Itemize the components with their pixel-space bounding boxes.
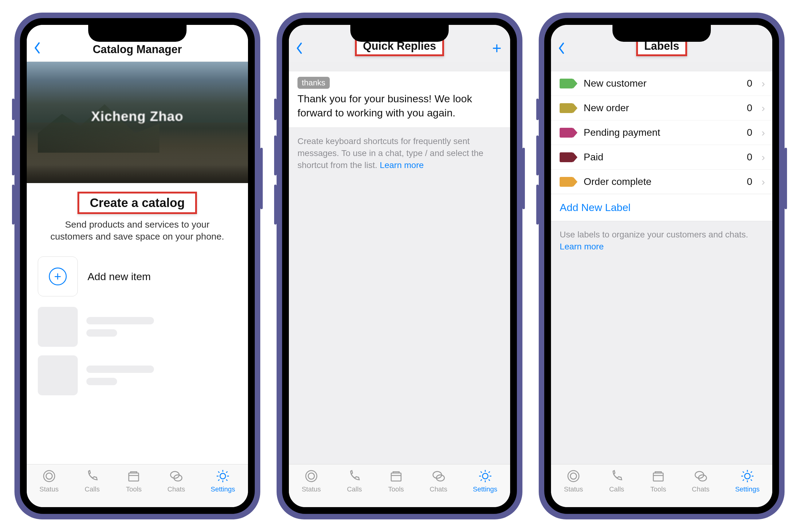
tab-chats[interactable]: Chats	[430, 469, 447, 493]
label-row[interactable]: Paid0›	[551, 145, 772, 170]
content: Xicheng Zhao Create a catalog Send produ…	[27, 62, 248, 464]
tab-label: Status	[302, 485, 321, 493]
skeleton-lines	[86, 365, 154, 385]
tab-label: Chats	[430, 485, 447, 493]
label-color-icon	[560, 152, 573, 162]
chevron-right-icon: ›	[762, 127, 765, 138]
tab-settings[interactable]: Settings	[210, 469, 235, 493]
tab-settings[interactable]: Settings	[473, 469, 498, 493]
tab-chats[interactable]: Chats	[167, 469, 185, 493]
helper-text: Use labels to organize your customers an…	[551, 221, 772, 260]
skeleton-thumb	[38, 355, 78, 395]
volume-button	[274, 135, 277, 175]
add-item-label: Add new item	[88, 271, 151, 283]
content: New customer0›New order0›Pending payment…	[551, 62, 772, 464]
tools-icon	[650, 469, 666, 483]
chevron-right-icon: ›	[762, 151, 765, 163]
tab-status[interactable]: Status	[39, 469, 58, 493]
tab-settings[interactable]: Settings	[735, 469, 760, 493]
chevron-right-icon: ›	[762, 176, 765, 188]
add-button[interactable]: +	[492, 40, 502, 56]
reply-body: Thank you for your business! We look for…	[297, 92, 502, 120]
skeleton-line	[86, 329, 117, 337]
svg-point-12	[568, 471, 579, 482]
skeleton-line	[86, 378, 117, 385]
tab-label: Calls	[347, 485, 362, 493]
svg-point-6	[306, 471, 317, 482]
back-button[interactable]	[33, 41, 41, 57]
volume-button	[274, 99, 277, 120]
screen: Labels New customer0›New order0›Pending …	[544, 18, 779, 514]
skeleton-thumb	[38, 307, 78, 347]
settings-icon	[739, 469, 755, 483]
label-row[interactable]: New order0›	[551, 96, 772, 120]
tools-icon	[126, 469, 142, 483]
label-count: 0	[747, 176, 752, 187]
create-catalog-highlight: Create a catalog	[77, 192, 197, 214]
skeleton-item	[27, 303, 248, 351]
svg-point-11	[482, 473, 488, 479]
tab-calls[interactable]: Calls	[84, 469, 100, 493]
skeleton-line	[86, 317, 154, 324]
label-name: Order complete	[583, 176, 741, 187]
catalog-subtitle: Send products and services to your custo…	[37, 218, 238, 242]
volume-button	[536, 185, 539, 225]
tab-label: Tools	[126, 485, 142, 493]
power-button	[522, 148, 525, 209]
tab-tools[interactable]: Tools	[126, 469, 142, 493]
label-color-icon	[560, 128, 573, 138]
tab-calls[interactable]: Calls	[609, 469, 625, 493]
add-item-button[interactable]: + Add new item	[27, 253, 248, 303]
volume-button	[536, 99, 539, 120]
skeleton-item	[27, 351, 248, 400]
learn-more-link[interactable]: Learn more	[560, 242, 603, 251]
label-name: New customer	[583, 78, 741, 89]
svg-point-7	[308, 473, 314, 479]
label-row[interactable]: New customer0›	[551, 71, 772, 96]
tab-label: Status	[564, 485, 583, 493]
tab-label: Settings	[210, 485, 235, 493]
back-button[interactable]	[557, 41, 566, 57]
screen: Catalog Manager Xicheng Zhao Create a ca…	[20, 18, 255, 514]
label-count: 0	[747, 78, 752, 89]
content: thanks Thank you for your business! We l…	[289, 62, 510, 464]
skeleton-lines	[86, 317, 154, 337]
tab-chats[interactable]: Chats	[692, 469, 709, 493]
label-row[interactable]: Pending payment0›	[551, 120, 772, 145]
svg-point-5	[220, 473, 226, 479]
tab-tools[interactable]: Tools	[388, 469, 404, 493]
label-name: New order	[583, 102, 741, 114]
tab-calls[interactable]: Calls	[346, 469, 362, 493]
tab-label: Tools	[388, 485, 404, 493]
svg-point-13	[570, 473, 577, 479]
tab-tools[interactable]: Tools	[650, 469, 666, 493]
catalog-intro: Create a catalog Send products and servi…	[27, 183, 248, 253]
tab-status[interactable]: Status	[564, 469, 583, 493]
add-label-row[interactable]: Add New Label	[551, 194, 772, 221]
tab-label: Tools	[650, 485, 666, 493]
tab-label: Status	[39, 485, 58, 493]
shortcut-badge: thanks	[297, 77, 330, 89]
tab-status[interactable]: Status	[302, 469, 321, 493]
tabbar: StatusCallsToolsChatsSettings	[551, 464, 772, 507]
volume-button	[12, 99, 15, 120]
calls-icon	[346, 469, 362, 483]
tab-label: Settings	[735, 485, 760, 493]
volume-button	[274, 185, 277, 225]
quick-reply-item[interactable]: thanks Thank you for your business! We l…	[289, 71, 510, 128]
label-color-icon	[560, 103, 573, 113]
svg-rect-2	[129, 473, 138, 481]
helper-text: Create keyboard shortcuts for frequently…	[289, 128, 510, 179]
label-row[interactable]: Order complete0›	[551, 170, 772, 194]
back-button[interactable]	[295, 41, 304, 57]
learn-more-link[interactable]: Learn more	[380, 160, 424, 170]
tab-label: Chats	[167, 485, 185, 493]
chevron-right-icon: ›	[762, 77, 765, 89]
label-count: 0	[747, 102, 752, 114]
label-count: 0	[747, 127, 752, 138]
chats-icon	[693, 469, 709, 483]
label-name: Pending payment	[583, 127, 741, 138]
label-color-icon	[560, 177, 573, 187]
label-count: 0	[747, 151, 752, 163]
svg-point-0	[44, 471, 55, 482]
